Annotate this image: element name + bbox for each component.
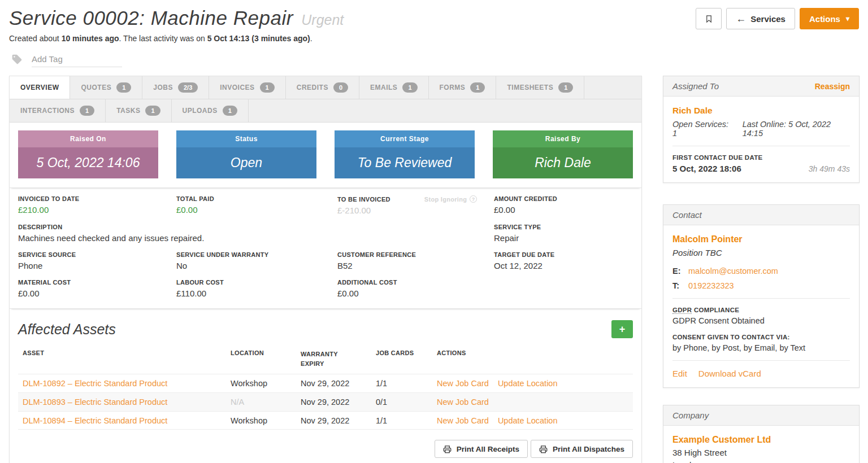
question-circle-icon: ? xyxy=(470,195,477,203)
tab-tasks[interactable]: Tasks1 xyxy=(106,99,171,122)
tab-timesheets[interactable]: Timesheets1 xyxy=(496,76,584,99)
assigned-to-panel: Assigned To Reassign Rich Dale Open Serv… xyxy=(663,76,860,183)
card-value: To Be Reviewed xyxy=(335,147,475,178)
col-location: Location xyxy=(226,350,296,368)
consent-block: Consent Given To Contact Via: by Phone, … xyxy=(672,334,850,352)
gdpr-compliance-block: GDPR Compliance GDPR Consent Obtained xyxy=(672,307,850,325)
field-invoiced-to-date: Invoiced To Date £210.00 xyxy=(18,195,176,215)
field-to-be-invoiced: To Be Invoiced Stop Ignoring ? £-210.00 xyxy=(337,195,494,215)
asset-row: DLM-10892 – Electric Standard Product Wo… xyxy=(18,374,633,392)
actions-button[interactable]: Actions ▾ xyxy=(800,8,859,29)
tab-emails[interactable]: Emails1 xyxy=(359,76,428,99)
card-value: Open xyxy=(176,147,316,178)
print-all-receipts-button[interactable]: Print All Receipts xyxy=(435,440,528,458)
raised-by-card: Raised By Rich Dale xyxy=(493,130,633,178)
reassign-link[interactable]: Reassign xyxy=(815,82,850,91)
tab-badge: 1 xyxy=(402,82,417,93)
field-additional-cost: Additional Cost £0.00 xyxy=(337,279,494,298)
tab-credits[interactable]: Credits0 xyxy=(286,76,359,99)
card-label: Raised By xyxy=(493,130,633,147)
affected-assets-section: Affected Assets + Asset Location Warrant… xyxy=(10,309,641,463)
tab-quotes[interactable]: Quotes1 xyxy=(70,76,142,99)
company-name-link[interactable]: Example Customer Ltd xyxy=(672,435,771,445)
first-contact-due-value: 5 Oct, 2022 18:06 xyxy=(672,164,741,173)
update-location-link[interactable]: Update Location xyxy=(498,416,558,425)
page-header: Service 00002: Machine Repair Urgent ← S… xyxy=(0,0,868,68)
asset-warranty: Nov 29, 2022 xyxy=(296,416,371,425)
asset-job-cards: 1/1 xyxy=(371,379,432,388)
affected-assets-title: Affected Assets xyxy=(18,321,116,338)
main-panel: Overview Quotes1 Jobs2/3 Invoices1 Credi… xyxy=(9,76,642,463)
tab-badge: 2/3 xyxy=(178,82,198,93)
new-job-card-link[interactable]: New Job Card xyxy=(437,398,489,407)
priority-label: Urgent xyxy=(301,12,344,28)
assigned-user-link[interactable]: Rich Dale xyxy=(672,106,713,116)
asset-row: DLM-10894 – Electric Standard Product Wo… xyxy=(18,411,633,430)
tab-badge: 1 xyxy=(80,106,94,116)
stop-ignoring-link[interactable]: Stop Ignoring ? xyxy=(424,195,477,203)
field-labour-cost: Labour Cost £110.00 xyxy=(176,279,337,298)
tab-uploads[interactable]: Uploads1 xyxy=(172,99,249,122)
back-arrow-icon: ← xyxy=(736,14,746,24)
stat-cards: Raised On 5 Oct, 2022 14:06 Status Open … xyxy=(10,123,641,188)
add-asset-button[interactable]: + xyxy=(611,320,633,338)
field-total-paid: Total Paid £0.00 xyxy=(176,195,337,215)
col-actions: Actions xyxy=(432,350,633,368)
current-stage-card: Current Stage To Be Reviewed xyxy=(335,130,475,178)
tab-forms[interactable]: Forms1 xyxy=(429,76,497,99)
tab-badge: 1 xyxy=(260,82,275,93)
tab-bar: Overview Quotes1 Jobs2/3 Invoices1 Credi… xyxy=(10,76,641,123)
asset-job-cards: 1/1 xyxy=(371,416,432,425)
countdown-timer: 3h 49m 43s xyxy=(809,164,850,173)
asset-link[interactable]: DLM-10892 – Electric Standard Product xyxy=(23,379,167,388)
assigned-user-meta: Open Services: 1 Last Online: 5 Oct, 202… xyxy=(672,120,850,138)
created-line: Created about 10 minutes ago. The last a… xyxy=(9,34,859,43)
contact-phone-link[interactable]: 0192232323 xyxy=(688,281,734,290)
contact-panel: Contact Malcolm Pointer Position TBC E: … xyxy=(663,204,860,388)
tab-jobs[interactable]: Jobs2/3 xyxy=(142,76,209,99)
print-all-dispatches-button[interactable]: Print All Dispatches xyxy=(531,440,633,458)
card-label: Raised On xyxy=(18,130,158,147)
printer-icon xyxy=(539,445,548,453)
tag-icon xyxy=(11,54,23,65)
tab-invoices[interactable]: Invoices1 xyxy=(209,76,285,99)
field-service-type: Service Type Repair xyxy=(494,224,633,243)
tab-badge: 1 xyxy=(223,106,237,116)
tab-overview[interactable]: Overview xyxy=(10,76,70,99)
new-job-card-link[interactable]: New Job Card xyxy=(437,416,489,425)
field-service-under-warranty: Service Under Warranty No xyxy=(176,251,337,270)
new-job-card-link[interactable]: New Job Card xyxy=(437,379,489,388)
consent-label: Consent Given To Contact Via: xyxy=(672,334,850,340)
assigned-to-title: Assigned To xyxy=(672,81,719,91)
edit-contact-link[interactable]: Edit xyxy=(672,369,687,378)
consent-value: by Phone, by Post, by Email, by Text xyxy=(672,343,850,352)
download-vcard-link[interactable]: Download vCard xyxy=(698,369,761,378)
update-location-link[interactable]: Update Location xyxy=(498,379,558,388)
asset-location: Workshop xyxy=(226,379,296,388)
bookmark-icon xyxy=(705,15,713,23)
page-title: Service 00002: Machine Repair Urgent xyxy=(9,7,344,29)
add-tag-input[interactable] xyxy=(32,51,122,67)
print-dispatches-label: Print All Dispatches xyxy=(553,445,624,453)
gdpr-compliance-value: GDPR Consent Obtained xyxy=(672,316,850,325)
contact-title: Contact xyxy=(672,210,702,220)
card-value: Rich Dale xyxy=(493,147,633,178)
company-panel: Company Example Customer Ltd 38 High Str… xyxy=(663,405,860,463)
asset-location: Workshop xyxy=(226,416,296,425)
print-receipts-label: Print All Receipts xyxy=(457,445,519,453)
raised-on-card: Raised On 5 Oct, 2022 14:06 xyxy=(18,130,158,178)
tab-badge: 1 xyxy=(116,82,131,93)
asset-link[interactable]: DLM-10893 – Electric Standard Product xyxy=(23,398,167,407)
asset-warranty: Nov 29, 2022 xyxy=(296,398,371,407)
field-amount-credited: Amount Credited £0.00 xyxy=(494,195,633,215)
contact-name-link[interactable]: Malcolm Pointer xyxy=(672,234,743,244)
contact-email-link[interactable]: malcolm@customer.com xyxy=(688,267,778,276)
field-description: Description Machines need checked and an… xyxy=(18,224,494,243)
company-address-line2: London xyxy=(672,460,850,463)
asset-link[interactable]: DLM-10894 – Electric Standard Product xyxy=(23,416,167,425)
back-to-services-button[interactable]: ← Services xyxy=(726,8,795,29)
company-title: Company xyxy=(672,410,709,420)
phone-key: T: xyxy=(672,281,688,290)
tab-interactions[interactable]: Interactions1 xyxy=(10,99,106,122)
bookmark-button[interactable] xyxy=(696,8,722,29)
